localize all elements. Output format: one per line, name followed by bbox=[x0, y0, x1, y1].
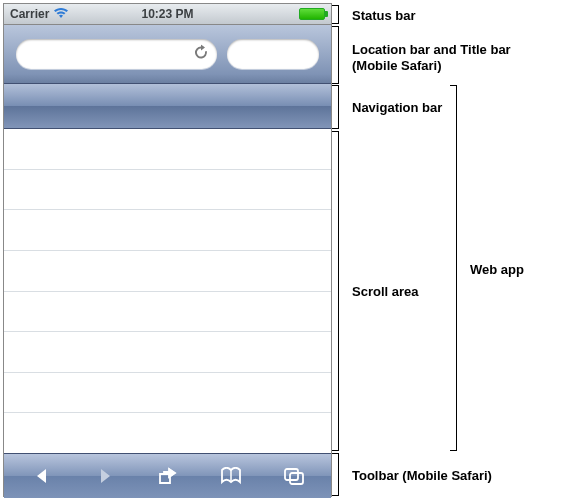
pages-button[interactable] bbox=[271, 460, 317, 492]
list-item bbox=[4, 292, 331, 333]
svg-marker-1 bbox=[101, 469, 110, 483]
bracket-webapp bbox=[456, 85, 457, 451]
bookmarks-button[interactable] bbox=[208, 460, 254, 492]
share-button[interactable] bbox=[145, 460, 191, 492]
list-item bbox=[4, 129, 331, 170]
svg-marker-2 bbox=[165, 468, 176, 478]
wifi-icon bbox=[53, 7, 69, 22]
bracket-nav bbox=[338, 85, 339, 129]
label-scroll-area: Scroll area bbox=[352, 284, 419, 300]
list-item bbox=[4, 210, 331, 251]
location-title-bar bbox=[4, 25, 331, 84]
label-status-bar: Status bar bbox=[352, 8, 416, 24]
bracket-scroll bbox=[338, 131, 339, 451]
list-item bbox=[4, 332, 331, 373]
battery-icon bbox=[299, 8, 325, 20]
phone-screenshot: Carrier 10:23 PM bbox=[4, 4, 331, 496]
bracket-location bbox=[338, 26, 339, 84]
scroll-area[interactable] bbox=[4, 129, 331, 453]
list-item bbox=[4, 170, 331, 211]
label-toolbar: Toolbar (Mobile Safari) bbox=[352, 468, 492, 484]
label-location-bar: Location bar and Title bar (Mobile Safar… bbox=[352, 42, 511, 75]
search-field[interactable] bbox=[227, 39, 319, 69]
list-item bbox=[4, 373, 331, 414]
carrier-label: Carrier bbox=[10, 7, 49, 21]
back-button[interactable] bbox=[19, 460, 65, 492]
svg-rect-4 bbox=[285, 469, 298, 480]
forward-button[interactable] bbox=[82, 460, 128, 492]
bracket-status bbox=[338, 5, 339, 24]
label-web-app: Web app bbox=[470, 262, 524, 278]
label-navigation-bar: Navigation bar bbox=[352, 100, 442, 116]
navigation-bar bbox=[4, 84, 331, 129]
toolbar bbox=[4, 453, 331, 498]
status-bar: Carrier 10:23 PM bbox=[4, 4, 331, 25]
svg-marker-0 bbox=[37, 469, 46, 483]
svg-rect-5 bbox=[290, 473, 303, 484]
list-item bbox=[4, 251, 331, 292]
address-field[interactable] bbox=[16, 39, 217, 69]
bracket-toolbar bbox=[338, 453, 339, 496]
reload-icon[interactable] bbox=[193, 45, 209, 64]
list-item bbox=[4, 413, 331, 453]
